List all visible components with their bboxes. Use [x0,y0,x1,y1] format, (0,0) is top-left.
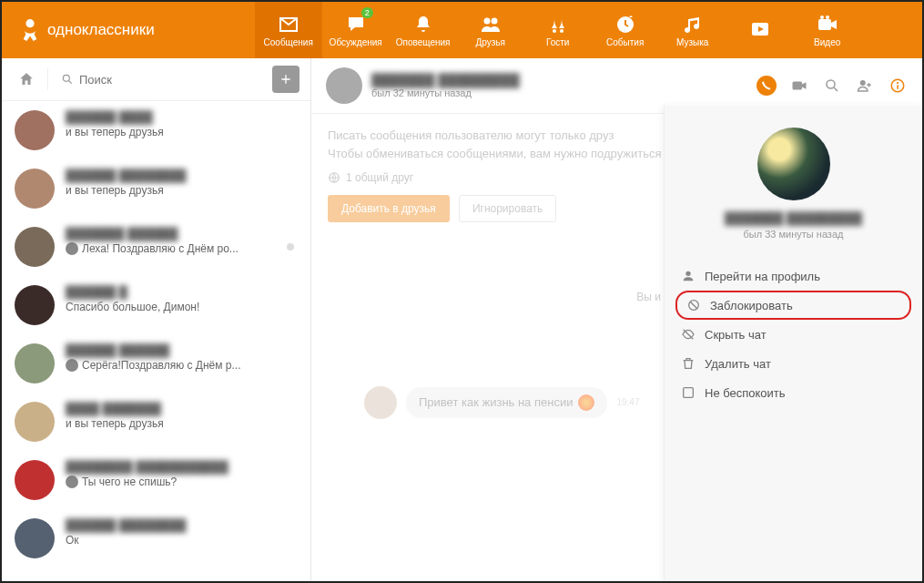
chat-title[interactable]: ███████ █████████ [371,73,520,87]
nav-label: Друзья [475,37,504,47]
avatar [15,343,55,384]
drawer-avatar[interactable] [757,128,830,200]
add-user-icon [857,77,873,94]
mini-avatar [66,242,78,255]
conversation-item[interactable]: ███████ ██████ Леха! Поздравляю с Днём р… [2,218,310,276]
conversation-name: ██████ ██████ [66,343,298,357]
chat-search-button[interactable] [822,76,842,96]
drawer-item-label: Удалить чат [705,357,771,371]
conversation-preview: Серёга!Поздравляю с Днём р... [66,359,298,372]
chat-actions [756,76,908,96]
home-button[interactable] [13,66,40,93]
mail-icon [278,14,300,36]
play-icon [749,18,771,40]
drawer-item-dnd[interactable]: Не беспокоить [675,378,911,407]
drawer-user-name[interactable]: ███████ █████████ [675,211,911,225]
video-call-button[interactable] [789,76,809,96]
mini-avatar [66,359,78,372]
svg-rect-13 [793,82,803,90]
conversation-sidebar: ██████ ████ и вы теперь друзья ██████ ██… [2,58,311,581]
nav-item-mail[interactable]: Сообщения [255,2,322,58]
search-field[interactable] [56,69,265,90]
body: ██████ ████ и вы теперь друзья ██████ ██… [2,58,922,581]
svg-point-15 [860,80,866,86]
hide-icon [681,327,696,342]
conversation-preview: и вы теперь друзья [66,184,298,197]
search-icon [824,77,840,94]
drawer-item-label: Заблокировать [710,299,793,312]
nav-item-video[interactable]: Видео [794,2,861,58]
call-button[interactable] [756,76,777,96]
avatar [15,460,55,500]
conversation-name: ██████ █ [66,285,298,299]
nav-item-play[interactable] [726,2,794,58]
camera-icon [791,77,807,94]
nav-label: События [606,37,644,47]
nav-label: Обсуждения [330,37,382,47]
top-nav: СообщенияОбсуждения2ОповещенияДрузьяГост… [255,2,861,58]
chat-avatar[interactable] [326,67,362,104]
svg-rect-22 [684,388,694,398]
avatar [15,518,55,558]
ok-logo-icon [20,16,40,44]
avatar [15,110,55,150]
profile-icon [681,269,696,283]
add-friend-button[interactable]: Добавить в друзья [328,195,450,222]
ignore-button[interactable]: Игнорировать [459,195,556,222]
search-input[interactable] [79,73,259,87]
nav-label: Оповещения [396,37,451,47]
trash-icon [681,356,696,371]
conversation-preview: Спасибо большое, Димон! [66,301,298,313]
nav-item-music[interactable]: Музыка [659,2,726,58]
message-bubble: Привет как жизнь на пенсии [406,387,607,418]
friends-icon [480,14,502,36]
conversation-item[interactable]: ████████ ███████████ Ты чего не спишь? [2,451,310,509]
top-header: одноклассники СообщенияОбсуждения2Оповещ… [2,2,922,58]
avatar [15,285,55,325]
conversation-name: ████████ ███████████ [66,460,298,474]
search-icon [61,73,74,86]
plus-icon [279,72,293,87]
drawer-item-label: Перейти на профиль [705,270,820,283]
mutual-friends-text: 1 общий друг [346,171,413,184]
drawer-item-profile[interactable]: Перейти на профиль [675,261,911,291]
nav-item-events[interactable]: События [592,2,659,58]
mini-avatar [66,476,78,488]
brand-logo[interactable]: одноклассники [20,16,155,44]
conversation-preview: и вы теперь друзья [66,417,298,430]
message-avatar[interactable] [364,386,397,419]
nav-item-bell[interactable]: Оповещения [390,2,457,58]
svg-point-12 [63,75,69,81]
home-icon [18,71,35,87]
svg-point-4 [491,17,497,24]
nav-item-friends[interactable]: Друзья [457,2,524,58]
svg-point-3 [483,17,490,24]
svg-point-6 [560,29,564,33]
new-conversation-button[interactable] [272,66,300,93]
svg-point-2 [357,20,360,23]
conversation-item[interactable]: ██████ ██████ Серёга!Поздравляю с Днём р… [2,334,310,393]
nav-item-guests[interactable]: Гости [524,2,592,58]
sidebar-toolbar [2,58,310,101]
drawer-item-trash[interactable]: Удалить чат [675,349,911,378]
brand-text: одноклассники [47,21,155,39]
conversation-item[interactable]: ██████ ████████ Ок [2,509,310,568]
conversation-item[interactable]: ████ ███████ и вы теперь друзья [2,393,310,451]
drawer-item-hide[interactable]: Скрыть чат [675,320,911,349]
drawer-item-label: Скрыть чат [705,328,767,342]
add-participant-button[interactable] [855,76,875,96]
conversation-item[interactable]: ██████ ████ и вы теперь друзья [2,101,310,159]
nav-label: Гости [546,37,569,47]
conversation-item[interactable]: ██████ █ Спасибо большое, Димон! [2,276,310,334]
separator [47,68,48,90]
nav-item-chat[interactable]: Обсуждения2 [322,2,390,58]
conversation-preview: Ок [66,534,298,547]
info-icon [889,77,906,94]
video-icon [817,14,838,36]
conversation-item[interactable]: ██████ ████████ и вы теперь друзья [2,159,310,218]
drawer-item-block[interactable]: Заблокировать [675,291,911,320]
chat-subtitle: был 32 минуты назад [371,87,520,98]
svg-point-1 [351,20,354,23]
chat-info-button[interactable] [888,76,908,96]
svg-point-14 [827,80,835,88]
